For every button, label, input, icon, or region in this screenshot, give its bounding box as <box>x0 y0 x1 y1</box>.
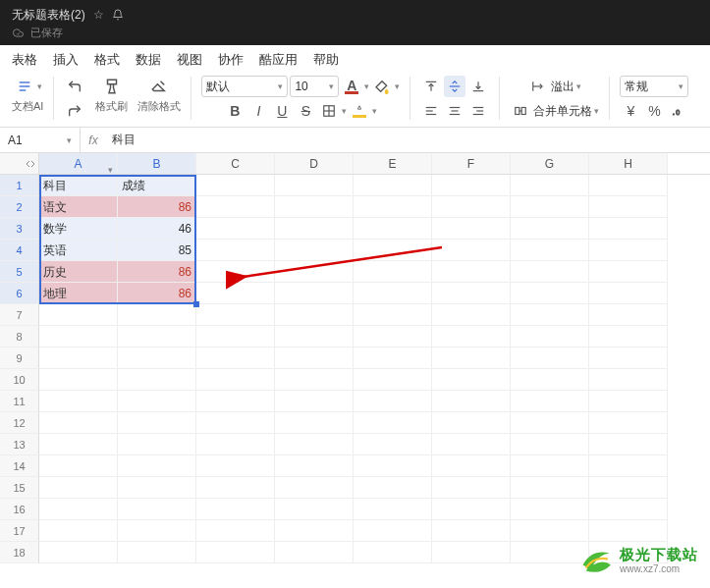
name-box[interactable]: A1 ▾ <box>0 128 81 152</box>
cell[interactable] <box>511 304 589 326</box>
cell[interactable] <box>275 520 354 542</box>
cell[interactable] <box>275 412 354 434</box>
currency-button[interactable]: ¥ <box>620 100 641 122</box>
cell[interactable] <box>196 542 275 563</box>
cell[interactable] <box>354 499 432 520</box>
fill-handle[interactable] <box>193 301 199 307</box>
row-header[interactable]: 17 <box>0 520 39 542</box>
cell[interactable] <box>354 326 432 347</box>
cell[interactable] <box>39 326 118 347</box>
cell[interactable] <box>589 326 668 347</box>
menu-data[interactable]: 数据 <box>136 51 161 69</box>
cell[interactable] <box>196 175 275 196</box>
cell[interactable] <box>275 326 354 347</box>
cell[interactable]: 86 <box>118 261 196 283</box>
cell[interactable] <box>432 542 511 563</box>
chevron-down-icon[interactable]: ▾ <box>342 106 347 116</box>
cell[interactable] <box>432 218 511 240</box>
cell[interactable] <box>354 412 432 434</box>
menu-view[interactable]: 视图 <box>177 51 202 69</box>
cell[interactable] <box>275 455 354 477</box>
cell[interactable] <box>354 196 432 218</box>
cell[interactable] <box>118 304 196 326</box>
cell[interactable]: 地理 <box>39 283 118 304</box>
cell[interactable] <box>275 369 354 391</box>
cell[interactable] <box>432 347 511 369</box>
row-header[interactable]: 11 <box>0 391 39 412</box>
cell[interactable] <box>118 455 196 477</box>
valign-bottom-button[interactable] <box>467 76 489 97</box>
cell[interactable] <box>432 455 511 477</box>
cell[interactable] <box>511 240 589 261</box>
cell[interactable] <box>354 520 432 542</box>
cell[interactable] <box>354 542 432 563</box>
row-header[interactable]: 12 <box>0 412 39 434</box>
cell[interactable] <box>354 175 432 196</box>
cell[interactable]: 46 <box>118 218 196 240</box>
cell[interactable] <box>118 326 196 347</box>
col-header-C[interactable]: C <box>196 153 275 174</box>
format-painter-label[interactable]: 格式刷 <box>95 99 128 114</box>
chevron-down-icon[interactable]: ▾ <box>576 81 581 91</box>
cell[interactable]: 86 <box>118 196 196 218</box>
cell[interactable] <box>275 240 354 261</box>
percent-button[interactable]: % <box>643 100 665 122</box>
cell[interactable] <box>511 391 589 412</box>
cell[interactable] <box>118 499 196 520</box>
col-header-F[interactable]: F <box>432 153 511 174</box>
cell[interactable] <box>275 477 354 499</box>
font-color-button[interactable]: A <box>341 76 362 97</box>
cell[interactable] <box>432 196 511 218</box>
bold-button[interactable]: B <box>224 100 246 122</box>
star-icon[interactable]: ☆ <box>93 8 104 22</box>
menu-collab[interactable]: 协作 <box>218 51 244 69</box>
cell[interactable] <box>275 261 354 283</box>
clear-format-label[interactable]: 清除格式 <box>137 99 181 114</box>
cell[interactable] <box>354 434 432 455</box>
cell[interactable] <box>275 218 354 240</box>
cell[interactable] <box>196 412 275 434</box>
chevron-down-icon[interactable]: ▾ <box>37 81 42 91</box>
cell[interactable] <box>39 369 118 391</box>
cell[interactable] <box>511 412 589 434</box>
cell[interactable] <box>39 455 118 477</box>
cell[interactable] <box>275 283 354 304</box>
cell[interactable]: 科目 <box>39 175 118 196</box>
cell[interactable] <box>589 240 668 261</box>
cell[interactable] <box>39 391 118 412</box>
cell[interactable] <box>39 412 118 434</box>
row-header[interactable]: 2 <box>0 196 39 218</box>
cell[interactable] <box>118 412 196 434</box>
cell[interactable] <box>511 283 589 304</box>
merge-cells-label[interactable]: 合并单元格 <box>533 103 592 120</box>
menu-apps[interactable]: 酷应用 <box>259 51 298 69</box>
align-right-button[interactable] <box>467 100 489 122</box>
select-all-corner[interactable] <box>0 153 39 174</box>
cell[interactable] <box>39 304 118 326</box>
cell[interactable] <box>589 261 668 283</box>
cell[interactable] <box>511 369 589 391</box>
cell[interactable]: 历史 <box>39 261 118 283</box>
cell[interactable] <box>432 261 511 283</box>
chevron-down-icon[interactable]: ▾ <box>372 106 377 116</box>
cell[interactable] <box>589 477 668 499</box>
col-header-D[interactable]: D <box>275 153 354 174</box>
row-header[interactable]: 6 <box>0 283 39 304</box>
cell[interactable] <box>196 369 275 391</box>
cell[interactable] <box>354 218 432 240</box>
spreadsheet-grid[interactable]: A▾ B C D E F G H 1科目成绩2语文863数学464英语855历史… <box>0 153 710 563</box>
col-header-E[interactable]: E <box>354 153 432 174</box>
cell[interactable] <box>432 304 511 326</box>
cell[interactable] <box>196 218 275 240</box>
cell[interactable] <box>511 347 589 369</box>
row-header[interactable]: 9 <box>0 347 39 369</box>
cell[interactable] <box>196 304 275 326</box>
row-header[interactable]: 8 <box>0 326 39 347</box>
cell[interactable]: 英语 <box>39 240 118 261</box>
menu-help[interactable]: 帮助 <box>313 51 339 69</box>
cell[interactable] <box>432 477 511 499</box>
underline-button[interactable]: U <box>271 100 293 122</box>
cell[interactable] <box>432 499 511 520</box>
redo-icon[interactable] <box>64 100 85 122</box>
col-header-G[interactable]: G <box>511 153 589 174</box>
